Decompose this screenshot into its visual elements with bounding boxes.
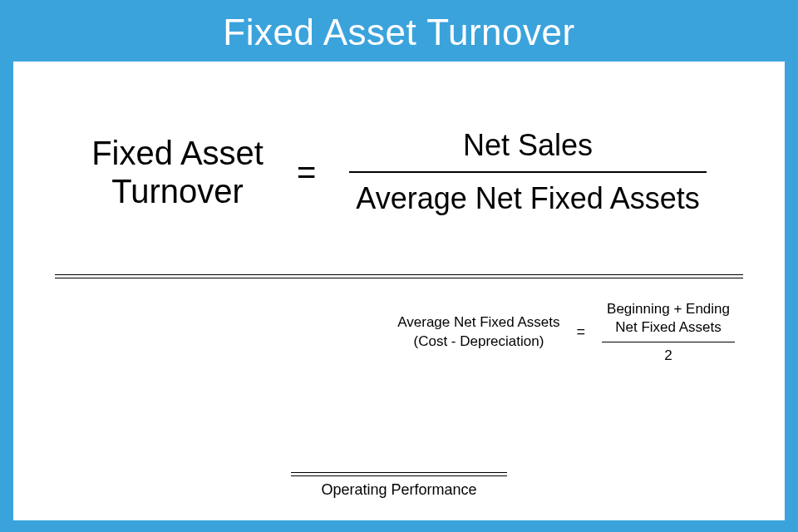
main-formula-numerator: Net Sales <box>349 128 707 171</box>
sub-formula-left-line2: (Cost - Depreciation) <box>397 332 559 352</box>
sub-formula-fraction: Beginning + Ending Net Fixed Assets 2 <box>602 300 735 364</box>
sub-formula-denominator: 2 <box>602 342 735 364</box>
main-formula-left-line1: Fixed Asset <box>91 134 264 172</box>
main-formula: Fixed Asset Turnover = Net Sales Average… <box>47 128 751 216</box>
main-formula-fraction: Net Sales Average Net Fixed Assets <box>349 128 707 216</box>
formula-card: Fixed Asset Turnover = Net Sales Average… <box>13 62 785 520</box>
main-formula-left-line2: Turnover <box>91 172 264 210</box>
sub-formula-numerator: Beginning + Ending Net Fixed Assets <box>602 300 735 342</box>
sub-formula-left: Average Net Fixed Assets (Cost - Depreci… <box>397 313 559 352</box>
main-formula-equals: = <box>297 154 316 191</box>
sub-formula-equals: = <box>577 323 586 341</box>
footer-category-label: Operating Performance <box>291 481 507 499</box>
sub-formula-num-line1: Beginning + Ending <box>607 300 730 318</box>
main-formula-denominator: Average Net Fixed Assets <box>349 173 707 216</box>
main-formula-left: Fixed Asset Turnover <box>91 134 264 210</box>
footer-category: Operating Performance <box>291 472 507 499</box>
sub-formula: Average Net Fixed Assets (Cost - Depreci… <box>47 300 735 364</box>
footer-divider <box>291 472 507 476</box>
page-title: Fixed Asset Turnover <box>0 0 798 62</box>
section-divider <box>55 274 743 278</box>
sub-formula-left-line1: Average Net Fixed Assets <box>397 313 559 332</box>
sub-formula-num-line2: Net Fixed Assets <box>607 318 730 337</box>
